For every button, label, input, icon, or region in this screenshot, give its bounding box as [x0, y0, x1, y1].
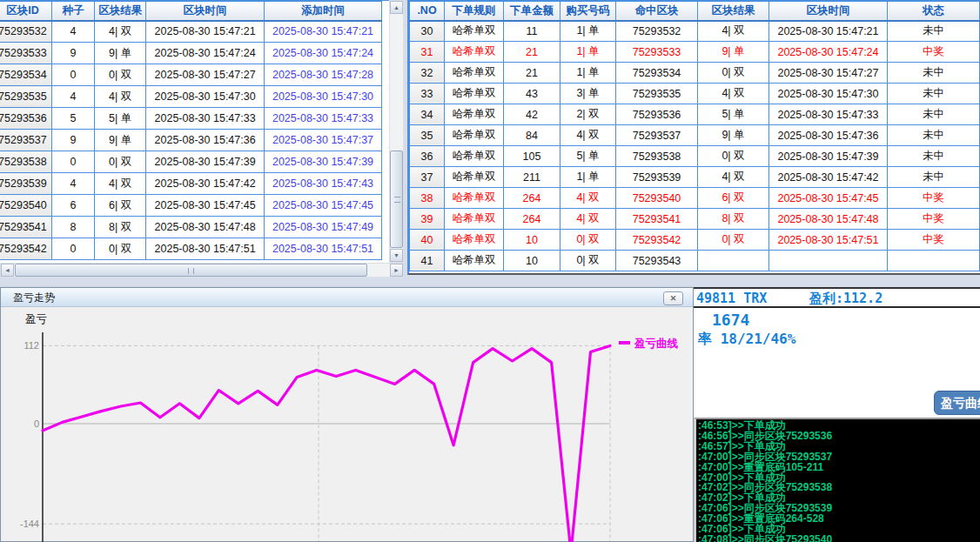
cell: 42 [504, 104, 560, 125]
cell: 4| 双 [560, 188, 616, 209]
scroll-left-icon[interactable]: ◄ [1, 264, 14, 277]
cell: 6| 双 [698, 188, 769, 209]
column-header[interactable]: 命中区块 [616, 2, 698, 21]
scroll-down-icon[interactable]: ▼ [390, 249, 403, 262]
scroll-up-icon[interactable]: ▲ [390, 1, 403, 14]
cell: 37 [410, 167, 445, 188]
table-row[interactable]: 32哈希单双211| 单752935340| 双2025-08-30 15:47… [410, 63, 980, 84]
column-header[interactable]: 购买号码 [560, 2, 616, 21]
column-header[interactable]: 种子 [51, 2, 94, 21]
y-tick-label: -144 [20, 519, 39, 529]
bet-count-value: 1674 [712, 311, 980, 329]
table-row[interactable]: 31哈希单双211| 单752935339| 单2025-08-30 15:47… [410, 42, 980, 63]
table-row[interactable]: 7529353800| 双2025-08-30 15:47:392025-08-… [0, 151, 382, 173]
cell: 2025-08-30 15:47:45 [265, 195, 382, 217]
cell: 75293534 [616, 63, 698, 84]
table-row[interactable]: 33哈希单双433| 单752935354| 双2025-08-30 15:47… [410, 84, 980, 104]
y-axis-title: 盈亏 [25, 313, 47, 325]
legend-label: 盈亏曲线 [634, 338, 679, 350]
table-row[interactable]: 7529353399| 单2025-08-30 15:47:242025-08-… [0, 43, 382, 64]
cell: 哈希单双 [445, 84, 504, 104]
table-row[interactable]: 7529353655| 单2025-08-30 15:47:332025-08-… [0, 108, 382, 130]
table-row[interactable]: 38哈希单双2644| 双752935406| 双2025-08-30 15:4… [410, 188, 980, 209]
table-row[interactable]: 40哈希单双100| 双752935420| 双2025-08-30 15:47… [410, 230, 980, 251]
cell: 未中 [888, 21, 980, 42]
cell: 75293533 [0, 43, 51, 64]
table-row[interactable]: 30哈希单双111| 单752935324| 双2025-08-30 15:47… [410, 21, 980, 42]
profit-line-chart: 1120-144盈亏盈亏曲线 [1, 308, 693, 542]
cell: 9| 单 [698, 42, 769, 63]
column-header[interactable]: 下单规则 [445, 2, 504, 21]
cell: 1| 单 [560, 21, 616, 42]
cell: 75293534 [0, 64, 51, 86]
cell: 75293538 [0, 151, 51, 173]
balance-value: 49811 TRX [696, 289, 767, 308]
cell: 75293537 [0, 130, 51, 151]
cell: 38 [410, 188, 445, 209]
cell: 2025-08-30 15:47:39 [265, 151, 382, 173]
profit-curve-button[interactable]: 盈亏曲线 [934, 391, 980, 415]
cell: 2025-08-30 15:47:21 [146, 21, 265, 43]
table-row[interactable]: 36哈希单双1055| 单752935380| 双2025-08-30 15:4… [410, 146, 980, 167]
column-header[interactable]: 区块ID [0, 2, 51, 21]
table-row[interactable]: 7529354200| 双2025-08-30 15:47:512025-08-… [0, 238, 382, 260]
vertical-scroll-thumb[interactable] [390, 151, 403, 248]
column-header[interactable]: 区块结果 [698, 2, 769, 21]
horizontal-scroll-thumb[interactable] [15, 264, 367, 277]
cell: 2025-08-30 15:47:27 [769, 63, 888, 84]
cell: 11 [504, 21, 560, 42]
cell: 9 [51, 43, 94, 64]
cell: 75293532 [0, 21, 51, 43]
column-header[interactable]: 状态 [888, 2, 980, 21]
table-row[interactable]: 34哈希单双422| 双752935365| 单2025-08-30 15:47… [410, 104, 980, 125]
table-row[interactable]: 39哈希单双2644| 双752935418| 双2025-08-30 15:4… [410, 209, 980, 230]
cell: 75293537 [616, 125, 698, 146]
cell [888, 251, 980, 271]
column-header[interactable]: 区块时间 [146, 2, 265, 21]
table-row[interactable]: 7529354066| 双2025-08-30 15:47:452025-08-… [0, 195, 382, 217]
table-row[interactable]: 7529353799| 单2025-08-30 15:47:362025-08-… [0, 130, 382, 151]
cell: 75293542 [616, 230, 698, 251]
cell: 中奖 [888, 188, 980, 209]
cell: 8| 双 [698, 209, 769, 230]
column-header[interactable]: 下单金额 [504, 2, 560, 21]
cell: 哈希单双 [445, 167, 504, 188]
column-header[interactable]: .NO [410, 2, 445, 21]
cell: 21 [504, 42, 560, 63]
table-row[interactable]: 7529353244| 双2025-08-30 15:47:212025-08-… [0, 21, 382, 43]
cell: 36 [410, 146, 445, 167]
cell: 41 [410, 251, 445, 271]
block-list-vertical-scrollbar[interactable]: ▲ ▼ [389, 0, 404, 263]
cell: 2025-08-30 15:47:36 [146, 130, 265, 151]
table-row[interactable]: 7529353544| 双2025-08-30 15:47:302025-08-… [0, 86, 382, 108]
table-row[interactable]: 35哈希单双844| 双752935379| 单2025-08-30 15:47… [410, 125, 980, 146]
column-header[interactable]: 区块结果 [95, 2, 146, 21]
chart-window-titlebar[interactable]: 盈亏走势 [1, 288, 693, 307]
cell: 0| 双 [560, 230, 616, 251]
table-row[interactable]: 7529354188| 双2025-08-30 15:47:482025-08-… [0, 217, 382, 238]
cell: 75293532 [616, 21, 698, 42]
cell: 哈希单双 [445, 188, 504, 209]
cell: 哈希单双 [445, 21, 504, 42]
table-row[interactable]: 37哈希单双2111| 单752935394| 双2025-08-30 15:4… [410, 167, 980, 188]
block-list-horizontal-scrollbar[interactable]: ◄ ► [0, 263, 404, 278]
close-icon[interactable]: ✕ [663, 291, 683, 305]
cell: 75293541 [0, 217, 51, 238]
cell: 2025-08-30 15:47:49 [265, 217, 382, 238]
cell: 2025-08-30 15:47:36 [769, 125, 888, 146]
column-header[interactable]: 添加时间 [265, 2, 382, 21]
log-console[interactable]: :46:53]>>下单成功:46:56]>>同步区块75293536:46:57… [694, 418, 980, 542]
scroll-right-icon[interactable]: ► [390, 264, 403, 277]
cell: 0| 双 [698, 146, 769, 167]
cell: 2025-08-30 15:47:27 [146, 64, 265, 86]
table-row[interactable]: 7529353400| 双2025-08-30 15:47:272025-08-… [0, 64, 382, 86]
table-row[interactable]: 7529353944| 双2025-08-30 15:47:422025-08-… [0, 173, 382, 195]
table-row[interactable]: 41哈希单双100| 双75293543 [410, 251, 980, 271]
cell: 9| 单 [95, 43, 146, 64]
cell: 中奖 [888, 209, 980, 230]
column-header[interactable]: 区块时间 [769, 2, 888, 21]
cell: 2025-08-30 15:47:33 [769, 104, 888, 125]
cell: 4| 双 [95, 21, 146, 43]
profit-curve [43, 345, 610, 542]
cell: 75293538 [616, 146, 698, 167]
